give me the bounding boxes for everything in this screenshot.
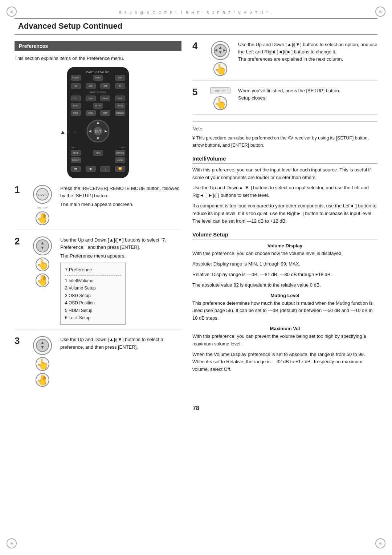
preference-menu-box: 7.Preference 1.IntelliVolume 2.Volume Se…	[60, 263, 126, 325]
svg-text:◄: ◄	[214, 48, 218, 53]
svg-text:▲: ▲	[40, 240, 45, 246]
intellivolume-heading: IntelliVolume	[192, 155, 377, 163]
intellivolume-para2: Use the Up and Down▲ ▼ ] buttons to sele…	[192, 184, 377, 199]
step-4: 4 ▲ ▼ ◄ ► 👆	[192, 41, 377, 81]
receiver-button-icon: RCVR	[33, 185, 52, 204]
step-3: 3 ▲ ▼ 👆 🤚	[15, 336, 181, 391]
svg-text:ENT: ENT	[95, 130, 102, 133]
step-1: 1 RCVR SET UP 🤚 Press the [RECEIVER] REM…	[15, 185, 181, 230]
corner-mark-tr: ⊕	[375, 7, 385, 17]
hand-icon-4: 👆	[213, 62, 227, 76]
step-2-content: Use the Up and Down [▲]/[▼] buttons to s…	[60, 236, 181, 325]
svg-text:▼: ▼	[40, 345, 45, 350]
setup-button-badge: SET UP	[210, 87, 230, 94]
intellivolume-para1: With this preference, you can set the in…	[192, 166, 377, 182]
remote-illustration: ▲▼◄ PART CATALOG POWER INPUT AMP BD	[15, 67, 181, 178]
maximum-vol-para2: When the Volume Display preference is se…	[192, 351, 377, 373]
step-2: 2 ▲ ▼ 👆 🤚	[15, 236, 181, 330]
nav-icon-2: ▲ ▼	[33, 236, 52, 255]
left-column: Preferences This section explains items …	[15, 41, 181, 398]
nav-circle: ▲ ▼ ◄ ► ENT	[86, 119, 110, 143]
nav-icon-4: ▲ ▼ ◄ ►	[211, 41, 230, 60]
intellivolume-para3: If a component is too loud compared to y…	[192, 202, 377, 225]
volume-display-para4: The absolute value 82 is equivalent to t…	[192, 281, 377, 289]
nav-icon-3: ▲ ▼	[33, 336, 52, 355]
main-content: Preferences This section explains items …	[15, 41, 377, 398]
step-5-content: When you've finished, press the [SETUP] …	[238, 87, 377, 110]
preferences-description: This section explains items on the Prefe…	[15, 55, 181, 62]
step-1-content: Press the [RECEIVER] REMOTE MODE button,…	[60, 185, 181, 225]
svg-text:▼: ▼	[96, 136, 100, 141]
svg-text:▲: ▲	[96, 120, 100, 125]
title-bar: Advanced Setup Continued	[15, 18, 377, 35]
step-4-content: Use the Up and Down [▲]/[▼] buttons to s…	[238, 41, 377, 76]
maximum-vol-title: Maximum Vol	[192, 326, 377, 331]
hand-icon-1: 🤚	[36, 211, 49, 225]
maximum-vol-para1: With this preference, you can prevent th…	[192, 333, 377, 348]
hand-icon-5: 👆	[213, 96, 227, 110]
step-3-content: Use the Up and Down [▲]/[▼] buttons to s…	[60, 336, 181, 387]
svg-text:►: ►	[104, 129, 108, 134]
remote-body: PART CATALOG POWER INPUT AMP BD DVD SAT	[67, 67, 129, 178]
hand-icon-3a: 👆	[36, 357, 49, 371]
svg-text:▼: ▼	[40, 245, 45, 250]
volume-setup-heading: Volume Setup	[192, 231, 377, 239]
hand-icon-2: 👆	[36, 258, 49, 271]
volume-display-para1: With this preference, you can choose how…	[192, 250, 377, 258]
page-header: 5 9 4 3 @ & O C P P L 1 B H F ' S J E B …	[15, 11, 377, 15]
right-column: 4 ▲ ▼ ◄ ► 👆	[192, 41, 377, 398]
svg-text:►: ►	[222, 48, 227, 53]
svg-text:◄: ◄	[88, 129, 92, 134]
hand-icon-3b: 🤚	[36, 373, 49, 387]
preferences-heading: Preferences	[15, 41, 181, 51]
svg-text:▲: ▲	[40, 340, 45, 345]
page-title: Advanced Setup Continued	[15, 21, 377, 31]
muting-level-title: Muting Level	[192, 293, 377, 298]
hand-icon-2b: 🤚	[36, 274, 49, 287]
volume-display-para3: Relative: Display range is —dB, —81 dB, …	[192, 271, 377, 279]
step-5: 5 SET UP 👆 When you've finished, press t…	[192, 87, 377, 115]
corner-mark-br: ⊕	[375, 538, 385, 548]
arrow-indicators: ▲▼◄	[60, 129, 77, 135]
svg-text:RCVR: RCVR	[38, 193, 47, 197]
page: ⊕ ⊕ ⊕ ⊕ 5 9 4 3 @ & O C P P L 1 B H F ' …	[0, 0, 392, 555]
muting-level-para1: This preference determines how much the …	[192, 300, 377, 322]
volume-display-para2: Absolute: Display range is MIN, 1 throug…	[192, 260, 377, 268]
corner-mark-tl: ⊕	[7, 7, 17, 17]
page-number: 78	[15, 405, 377, 412]
corner-mark-bl: ⊕	[7, 538, 17, 548]
svg-text:▼: ▼	[218, 50, 222, 55]
svg-text:▲: ▲	[218, 45, 222, 50]
note-section: Note: ¥ This procedure can also be perfo…	[192, 121, 377, 149]
volume-display-title: Volume Display	[192, 243, 377, 248]
